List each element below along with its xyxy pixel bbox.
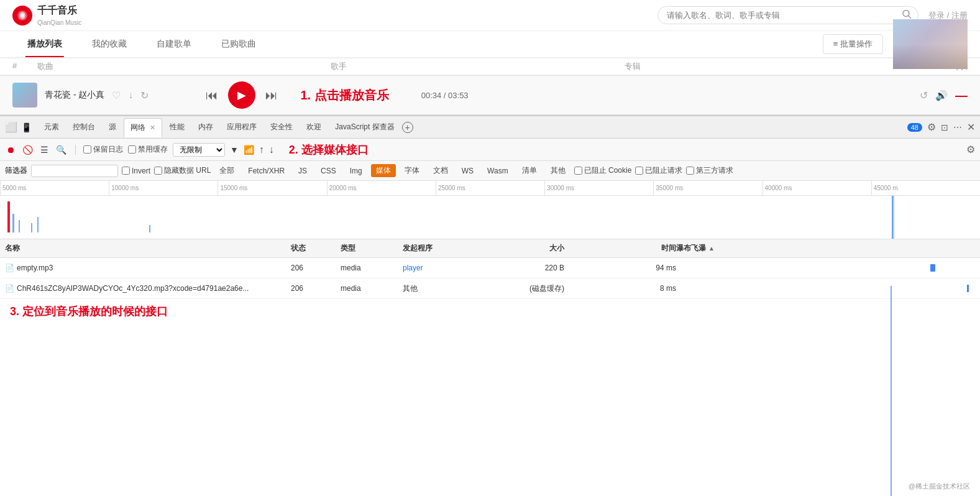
header-num: #	[12, 61, 37, 72]
timeline-mark-6: 35000 ms	[653, 181, 762, 195]
device-icon[interactable]: 📱	[21, 122, 32, 132]
row2-type: media	[341, 284, 403, 293]
filter-img[interactable]: Img	[345, 165, 367, 177]
batch-operations-button[interactable]: ≡ 批量操作	[823, 34, 883, 54]
filter-js[interactable]: JS	[293, 165, 312, 177]
toolbar-settings-icon[interactable]: ⚙	[966, 144, 975, 155]
search-bar	[657, 6, 918, 24]
timeline-mark-0: 5000 ms	[0, 181, 109, 195]
record-icon[interactable]: ⏺	[5, 144, 16, 156]
filter-all[interactable]: 全部	[214, 164, 239, 177]
third-party-input[interactable]	[686, 167, 694, 175]
tab-security[interactable]: 安全性	[264, 118, 299, 136]
tab-close-icon[interactable]: ✕	[150, 124, 155, 131]
filter-fetch-xhr[interactable]: Fetch/XHR	[243, 165, 290, 177]
timeline-markers: 5000 ms 10000 ms 15000 ms 20000 ms 25000…	[0, 181, 980, 195]
filter-manifest[interactable]: 清单	[517, 164, 542, 177]
timeline-mark-4: 25000 ms	[436, 181, 544, 195]
volume-icon[interactable]: 🔊	[935, 90, 948, 101]
close-devtools-icon[interactable]: ✕	[967, 121, 975, 133]
timeline-mark-7: 40000 ms	[762, 181, 871, 195]
download-arrow-icon[interactable]: ↓	[269, 144, 274, 155]
blocked-requests-checkbox[interactable]: 已阻止请求	[635, 165, 682, 176]
timeline-mark-1: 10000 ms	[109, 181, 218, 195]
upload-icon[interactable]: ↑	[259, 144, 264, 155]
settings-icon[interactable]: ⚙	[927, 121, 936, 133]
throttle-select[interactable]: 无限制	[173, 143, 225, 157]
toolbar-separator	[75, 145, 76, 155]
tab-network[interactable]: 网络 ✕	[124, 118, 162, 137]
header-col-time: 时间	[564, 243, 676, 254]
disable-cache-checkbox[interactable]: 禁用缓存	[128, 144, 168, 155]
next-button[interactable]: ⏭	[265, 88, 278, 103]
chart-bar-red	[7, 201, 10, 232]
timeline: 5000 ms 10000 ms 15000 ms 20000 ms 25000…	[0, 181, 980, 196]
tab-custom-playlist[interactable]: 自建歌单	[142, 32, 206, 56]
tab-purchased[interactable]: 已购歌曲	[206, 32, 271, 56]
blocked-requests-input[interactable]	[635, 167, 643, 175]
more-icon[interactable]: ⋯	[953, 122, 962, 132]
invert-input[interactable]	[122, 167, 130, 175]
prev-button[interactable]: ⏮	[206, 88, 218, 103]
player-avatar	[12, 83, 37, 108]
initiator-link[interactable]: player	[403, 264, 423, 272]
tab-playlist[interactable]: 播放列表	[12, 32, 77, 56]
preserve-log-input[interactable]	[83, 145, 91, 154]
notification-badge: 48	[907, 123, 922, 132]
clear-icon[interactable]: 🚫	[21, 144, 34, 156]
invert-checkbox[interactable]: Invert	[122, 167, 150, 175]
like-icon[interactable]: ♡	[112, 90, 121, 101]
tab-favorites[interactable]: 我的收藏	[77, 32, 142, 56]
devtools-toolbar: ⏺ 🚫 ☰ 🔍 保留日志 禁用缓存 无限制 ▼ 📶 ↑ ↓ 2. 选择媒体接口 …	[0, 139, 980, 161]
filter-css[interactable]: CSS	[316, 165, 341, 177]
wifi-icon[interactable]: 📶	[244, 145, 254, 155]
filter-doc[interactable]: 文档	[428, 164, 453, 177]
tab-elements[interactable]: 元素	[38, 118, 65, 136]
inspect-icon[interactable]: ⬜	[5, 121, 17, 133]
svg-point-2	[903, 10, 909, 16]
header-artist: 歌手	[331, 61, 624, 72]
blocked-cookies-input[interactable]	[574, 167, 582, 175]
search-input[interactable]	[657, 6, 918, 24]
search-icon[interactable]: 🔍	[55, 144, 68, 156]
tab-console[interactable]: 控制台	[66, 118, 101, 136]
tab-performance[interactable]: 性能	[163, 118, 191, 136]
filter-wasm[interactable]: Wasm	[482, 165, 513, 177]
filter-font[interactable]: 字体	[400, 164, 424, 177]
minus-btn[interactable]: —	[955, 88, 968, 103]
tab-welcome[interactable]: 欢迎	[300, 118, 327, 136]
tab-memory[interactable]: 内存	[192, 118, 219, 136]
filter-media[interactable]: 媒体	[371, 164, 396, 177]
add-tab-button[interactable]: +	[402, 122, 413, 133]
download-icon[interactable]: ↓	[128, 90, 133, 101]
timeline-mark-8: 45000 m	[871, 181, 980, 195]
hide-data-url-checkbox[interactable]: 隐藏数据 URL	[154, 165, 211, 176]
tab-js-profiler[interactable]: JavaScript 探查器	[329, 118, 400, 136]
filter-other[interactable]: 其他	[546, 164, 570, 177]
network-table: 📄 empty.mp3 206 media player 220 B 94 ms…	[0, 258, 980, 324]
table-row[interactable]: 📄 ChR461sZC8yAIP3WADyCYOc_4Yc320.mp3?xco…	[0, 278, 980, 299]
filter-bar: 筛选器 Invert 隐藏数据 URL 全部 Fetch/XHR JS CSS …	[0, 161, 980, 181]
play-button[interactable]: ▶	[228, 81, 255, 109]
logo-icon	[12, 6, 32, 25]
tab-application[interactable]: 应用程序	[221, 118, 263, 136]
dock-icon[interactable]: ⊡	[941, 122, 948, 132]
third-party-checkbox[interactable]: 第三方请求	[686, 165, 733, 176]
disable-cache-input[interactable]	[128, 145, 136, 154]
table-row[interactable]: 📄 empty.mp3 206 media player 220 B 94 ms	[0, 258, 980, 278]
row1-size: 220 B	[502, 264, 564, 272]
filter-input[interactable]	[31, 165, 118, 177]
waterfall-bar-1	[930, 264, 935, 272]
hide-data-url-input[interactable]	[154, 167, 162, 175]
repeat-icon[interactable]: ↺	[920, 90, 928, 101]
song-list-header: # 歌曲 歌手 专辑 时长	[0, 58, 980, 75]
filter-ws[interactable]: WS	[457, 165, 479, 177]
tab-sources[interactable]: 源	[103, 118, 122, 136]
filter-icon[interactable]: ☰	[39, 144, 50, 156]
preserve-log-checkbox[interactable]: 保留日志	[83, 144, 123, 155]
online-icon[interactable]: ▼	[230, 145, 239, 155]
blocked-cookies-checkbox[interactable]: 已阻止 Cookie	[574, 165, 632, 176]
share-icon[interactable]: ↻	[140, 90, 149, 101]
header-col-size: 大小	[502, 243, 564, 254]
timeline-mark-3: 20000 ms	[327, 181, 436, 195]
